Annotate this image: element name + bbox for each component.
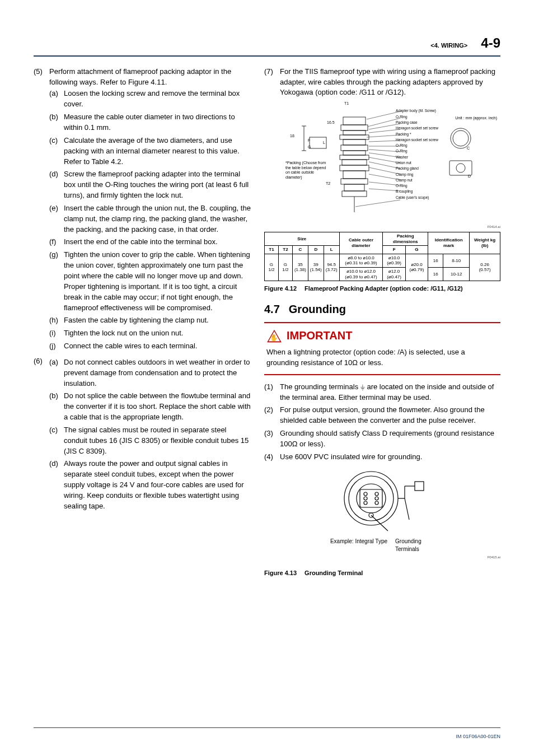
sub-text: Insert the cable through the union nut, … — [64, 203, 252, 235]
svg-rect-2 — [343, 130, 366, 135]
page-header: <4. WIRING> 4-9 — [34, 34, 500, 57]
svg-rect-21 — [449, 161, 472, 175]
part-label: O-Ring — [396, 114, 438, 120]
grounding-terminals-label: Grounding Terminals — [395, 538, 434, 554]
figure-example-label: Example: Integral Type — [330, 538, 387, 546]
list-text: For the TIIS flameproof type with wiring… — [280, 67, 495, 97]
dim-l: L — [323, 141, 325, 145]
svg-point-19 — [451, 128, 471, 148]
sub-marker: (c) — [49, 425, 64, 457]
svg-point-44 — [357, 484, 386, 513]
header-section: <4. WIRING> — [430, 41, 467, 50]
sub-text: Grounding should satisfy Class D require… — [280, 428, 500, 450]
th-size: Size — [265, 232, 340, 246]
sub-marker: (e) — [49, 203, 64, 235]
figure-caption: Flameproof Packing Adapter (option code:… — [305, 284, 500, 293]
th: D — [308, 246, 324, 254]
section-heading: 4.7 Grounding — [264, 301, 500, 318]
td: G 1/2 — [265, 254, 279, 281]
dim-18: 18 — [290, 134, 294, 138]
svg-rect-56 — [415, 482, 424, 491]
sub-marker: (h) — [49, 315, 64, 326]
part-label: Adapter body (M. Screw) — [396, 108, 438, 114]
sub-text: Calculate the average of the two diamete… — [64, 136, 252, 167]
sub-text: Measure the cable outer diameter in two … — [64, 112, 252, 133]
part-label: Clamp ring — [396, 172, 438, 178]
section-name: Grounding — [289, 301, 346, 318]
sub-text: Tighten the lock nut on the union nut. — [64, 328, 252, 339]
td: 39 (1.54) — [308, 254, 324, 281]
part-label: Packing * — [396, 132, 438, 137]
part-label: Packing case — [396, 120, 438, 125]
sub-text: Do not splice the cable between the flow… — [64, 391, 252, 423]
figure-ref: F0415.ai — [488, 555, 500, 560]
th: L — [324, 246, 339, 254]
svg-rect-10 — [343, 171, 366, 179]
th-packing: Packing dimensions — [383, 232, 428, 246]
sub-marker: (b) — [49, 391, 64, 423]
sub-text: Connect the cable wires to each terminal… — [64, 341, 252, 352]
sub-text: Insert the end of the cable into the ter… — [64, 237, 252, 248]
list-marker: (5) — [34, 67, 49, 354]
dim-c: C — [467, 146, 470, 151]
svg-point-43 — [349, 476, 394, 521]
right-column: (7) For the TIIS flameproof type with wi… — [264, 67, 500, 584]
figure-caption: Grounding Terminal — [305, 569, 500, 578]
td: 10-12 — [443, 267, 470, 281]
part-label: Packing gland — [396, 166, 438, 171]
packing-adapter-diagram: T1 T2 F G L 18 16.5 C D *Packing (Choose… — [264, 100, 500, 223]
svg-rect-7 — [340, 155, 369, 160]
td: 94.5 (3.72) — [324, 254, 339, 281]
dim-g: G — [308, 145, 311, 150]
figure-number: Figure 4.12 — [264, 284, 297, 293]
part-label: O-Ring — [396, 183, 438, 189]
svg-line-23 — [367, 111, 400, 119]
svg-rect-1 — [341, 125, 368, 130]
sub-text: Use 600V PVC insulated wire for groundin… — [280, 452, 500, 463]
td: ø10.0 to ø12.0 (ø0.39 to ø0.47) — [339, 267, 383, 281]
svg-text:✋: ✋ — [270, 333, 279, 341]
sub-marker: (a) — [49, 88, 64, 110]
sub-marker: (d) — [49, 459, 64, 511]
svg-point-50 — [364, 501, 367, 505]
svg-rect-6 — [343, 151, 366, 155]
figure-ref: F0414.ai — [264, 225, 500, 230]
svg-rect-0 — [343, 117, 366, 125]
dim-t2: T2 — [326, 181, 330, 186]
svg-rect-13 — [342, 191, 367, 197]
sub-marker: (c) — [49, 136, 64, 167]
important-text: When a lightning protector (option code:… — [266, 347, 498, 368]
left-column: (5) Perform attachment of flameproof pac… — [34, 67, 252, 584]
svg-rect-9 — [340, 165, 369, 171]
td: ø10.0 (ø0.39) — [383, 254, 405, 267]
th-weight: Weight kg (lb) — [470, 232, 500, 254]
th: T2 — [278, 246, 292, 254]
th: C — [292, 246, 308, 254]
part-label: B.coupling — [396, 189, 438, 194]
sub-text: Loosen the locking screw and remove the … — [64, 88, 252, 110]
sub-text: The grounding terminals ⏚ are located on… — [280, 382, 500, 403]
sub-text: The signal cables must be routed in sepa… — [64, 425, 252, 457]
svg-rect-3 — [340, 135, 369, 139]
th-ident: Identification mark — [428, 232, 470, 254]
sub-marker: (4) — [264, 452, 280, 463]
sub-text: Tighten the union cover to grip the cabl… — [64, 250, 252, 313]
packing-note: *Packing (Choose from the table below de… — [285, 161, 329, 180]
packing-table: Size Cable outer diameter Packing dimens… — [264, 232, 500, 281]
td: ø8.0 to ø10.0 (ø0.31 to ø0.39) — [339, 254, 383, 267]
list-marker: (7) — [264, 67, 280, 99]
list-text: Perform attachment of flameproof packing… — [49, 67, 231, 86]
svg-line-27 — [367, 135, 400, 137]
svg-line-38 — [355, 200, 400, 207]
svg-rect-5 — [341, 145, 368, 151]
sub-text: Fasten the cable by tightening the clamp… — [64, 315, 252, 326]
svg-point-51 — [375, 501, 378, 505]
td: 0.26 (0.57) — [470, 254, 500, 281]
sub-marker: (d) — [49, 169, 64, 201]
part-label: Washer — [396, 155, 438, 160]
sub-marker: (j) — [49, 341, 64, 352]
part-label: Union nut — [396, 160, 438, 166]
svg-point-22 — [456, 164, 465, 172]
unit-note: Unit : mm (approx. inch) — [455, 116, 497, 120]
sub-marker: (g) — [49, 250, 64, 313]
